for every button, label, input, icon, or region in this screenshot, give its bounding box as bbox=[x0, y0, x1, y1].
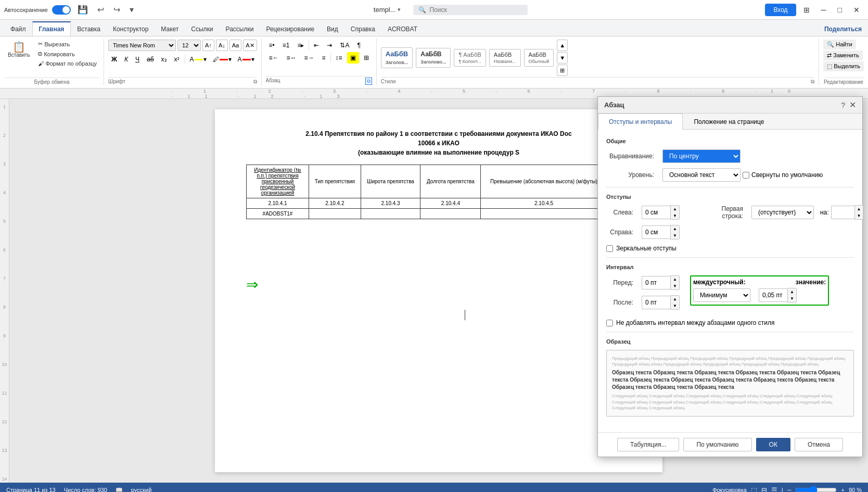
tab-references[interactable]: Ссылки bbox=[185, 21, 219, 36]
customize-button[interactable]: ▾ bbox=[127, 4, 136, 16]
highlight-dropdown[interactable]: ▾ bbox=[228, 56, 232, 63]
line-value-down-button[interactable]: ▼ bbox=[788, 295, 796, 302]
redo-button[interactable]: ↪ bbox=[111, 4, 123, 16]
tab-page-position[interactable]: Положение на странице bbox=[683, 113, 775, 130]
border-button[interactable]: ⊞ bbox=[361, 52, 372, 64]
undo-button[interactable]: ↩ bbox=[95, 4, 107, 16]
search-input[interactable] bbox=[429, 6, 513, 14]
line-spacing-select[interactable]: Минимум bbox=[693, 288, 750, 302]
align-center-button[interactable]: ≡↔ bbox=[284, 52, 300, 64]
tab-file[interactable]: Файл bbox=[4, 21, 32, 36]
alignment-select[interactable]: По центру bbox=[662, 149, 741, 163]
tab-layout[interactable]: Макет bbox=[155, 21, 185, 36]
style-colontitle[interactable]: ¶ АаБбВ¶ Колонт... bbox=[454, 49, 486, 67]
mirror-checkbox[interactable] bbox=[606, 245, 613, 252]
left-input[interactable] bbox=[642, 206, 670, 219]
left-up-button[interactable]: ▲ bbox=[671, 206, 679, 212]
format-copy-button[interactable]: 🖌 Формат по образцу bbox=[35, 59, 99, 68]
font-label: Шрифт ⧉ bbox=[108, 77, 257, 85]
multilevel-list-button[interactable]: ≡▸ bbox=[294, 40, 307, 51]
line-value-input[interactable] bbox=[759, 288, 787, 302]
right-input[interactable] bbox=[642, 225, 670, 239]
filename-dropdown-icon[interactable]: ▾ bbox=[398, 6, 401, 13]
dialog-close-button[interactable]: ✕ bbox=[849, 100, 856, 110]
copy-button[interactable]: ⧉ Копировать bbox=[35, 49, 99, 58]
justify-button[interactable]: ≡ bbox=[319, 52, 329, 64]
line-spacing-button[interactable]: ↕≡ bbox=[333, 52, 346, 64]
numbered-list-button[interactable]: ≡1 bbox=[279, 40, 293, 51]
show-marks-button[interactable]: ¶ bbox=[354, 40, 363, 51]
tab-design[interactable]: Конструктор bbox=[107, 21, 155, 36]
bold-button[interactable]: Ж bbox=[108, 54, 120, 65]
autosave-toggle[interactable] bbox=[52, 5, 71, 15]
style-normal[interactable]: АаБбВОбычный bbox=[524, 49, 554, 67]
tab-insert[interactable]: Вставка bbox=[71, 21, 107, 36]
font-color-button[interactable]: A ▾ bbox=[187, 54, 209, 65]
right-down-button[interactable]: ▼ bbox=[671, 232, 679, 239]
default-button[interactable]: По умолчанию bbox=[683, 438, 751, 451]
on-down-button[interactable]: ▼ bbox=[855, 212, 863, 219]
highlight-color-button[interactable]: 🖊 ▾ bbox=[210, 54, 234, 65]
superscript-button[interactable]: x² bbox=[171, 54, 183, 65]
text-color-dropdown[interactable]: ▾ bbox=[251, 56, 254, 63]
after-up-button[interactable]: ▲ bbox=[671, 296, 679, 302]
paste-button[interactable]: 📋 Вставить bbox=[4, 40, 33, 60]
italic-button[interactable]: К bbox=[121, 54, 131, 65]
style-heading1[interactable]: АаБбВЗаголов... bbox=[381, 47, 413, 68]
shading-button[interactable]: ▣ bbox=[347, 52, 359, 64]
clear-format-button[interactable]: A✕ bbox=[243, 40, 257, 51]
font-size-decrease-button[interactable]: A↓ bbox=[216, 40, 228, 51]
style-heading2[interactable]: АаБбВЗаголово... bbox=[416, 48, 451, 68]
bullet-list-button[interactable]: ≡• bbox=[266, 40, 278, 51]
style-expand[interactable]: ⊞ bbox=[557, 65, 568, 76]
before-up-button[interactable]: ▲ bbox=[671, 276, 679, 283]
style-scroll-up[interactable]: ▲ bbox=[557, 40, 568, 51]
collapsed-checkbox[interactable] bbox=[743, 172, 749, 179]
first-line-select[interactable]: (отсутствует) bbox=[751, 206, 814, 219]
on-up-button[interactable]: ▲ bbox=[855, 206, 863, 212]
dialog-help-button[interactable]: ? bbox=[841, 101, 845, 109]
tab-help[interactable]: Справка bbox=[344, 21, 381, 36]
underline-button[interactable]: Ч bbox=[132, 54, 143, 65]
line-value-up-button[interactable]: ▲ bbox=[788, 288, 796, 295]
cut-button[interactable]: ✂ Вырезать bbox=[35, 40, 99, 48]
cancel-button[interactable]: Отмена bbox=[795, 438, 843, 451]
font-name-select[interactable]: Times New Rom bbox=[108, 40, 176, 51]
tab-indents-spacing[interactable]: Отступы и интервалы bbox=[598, 113, 683, 130]
no-add-spacing-checkbox[interactable] bbox=[606, 320, 613, 326]
sort-button[interactable]: ⇅A bbox=[337, 40, 352, 51]
align-right-button[interactable]: ≡→ bbox=[301, 52, 317, 64]
text-color-button[interactable]: A ▾ bbox=[235, 54, 257, 65]
tabs-button[interactable]: Табуляция... bbox=[617, 438, 679, 451]
align-left-button[interactable]: ≡← bbox=[266, 52, 282, 64]
increase-indent-button[interactable]: ⇥ bbox=[324, 40, 335, 51]
font-size-select[interactable]: 12 bbox=[177, 40, 201, 51]
decrease-indent-button[interactable]: ⇤ bbox=[311, 40, 322, 51]
after-down-button[interactable]: ▼ bbox=[671, 302, 679, 309]
spell-check-icon[interactable]: 📖 bbox=[116, 487, 123, 493]
left-down-button[interactable]: ▼ bbox=[671, 212, 679, 219]
on-input[interactable] bbox=[831, 206, 854, 219]
font-color-dropdown[interactable]: ▾ bbox=[203, 56, 207, 63]
right-up-button[interactable]: ▲ bbox=[671, 225, 679, 232]
style-title[interactable]: АаБбВНазвани... bbox=[489, 49, 521, 67]
tab-view[interactable]: Вид bbox=[321, 21, 344, 36]
before-input[interactable] bbox=[642, 276, 670, 289]
font-dialog-launcher[interactable]: ⧉ bbox=[253, 79, 257, 85]
change-case-button[interactable]: Aa bbox=[229, 40, 241, 51]
paragraph-dialog-launcher[interactable]: ⧉ bbox=[365, 78, 372, 85]
after-input[interactable] bbox=[642, 296, 670, 309]
tab-mailings[interactable]: Рассылки bbox=[220, 21, 260, 36]
before-down-button[interactable]: ▼ bbox=[671, 283, 679, 289]
tab-home[interactable]: Главная bbox=[32, 21, 71, 36]
style-scroll-down[interactable]: ▼ bbox=[557, 52, 568, 64]
tab-acrobat[interactable]: ACROBAT bbox=[381, 21, 424, 36]
font-size-increase-button[interactable]: A↑ bbox=[202, 40, 214, 51]
save-button[interactable]: 💾 bbox=[75, 4, 91, 16]
tab-review[interactable]: Рецензирование bbox=[260, 21, 321, 36]
level-select[interactable]: Основной текст bbox=[662, 168, 741, 182]
search-box[interactable]: 🔍 bbox=[413, 5, 528, 15]
subscript-button[interactable]: x₂ bbox=[158, 54, 170, 65]
ok-button[interactable]: ОК bbox=[756, 438, 790, 451]
strikethrough-button[interactable]: аб bbox=[144, 54, 157, 65]
